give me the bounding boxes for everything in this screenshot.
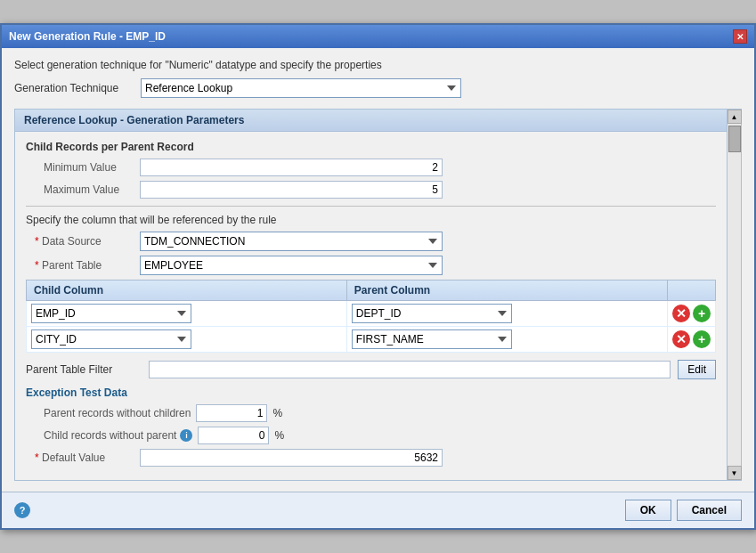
parent-col-select-2[interactable]: FIRST_NAME [352, 329, 512, 349]
footer-buttons: OK Cancel [625, 500, 742, 521]
default-value-input[interactable] [140, 449, 443, 467]
row-actions-1: ✕ + [667, 301, 715, 327]
section-content: Child Records per Parent Record Minimum … [15, 132, 727, 480]
min-value-row: Minimum Value [26, 159, 716, 176]
max-value-input[interactable] [140, 181, 443, 199]
exception-header: Exception Test Data [26, 386, 716, 399]
technique-select[interactable]: Reference Lookup [141, 78, 461, 98]
child-no-parent-input[interactable] [198, 427, 269, 444]
technique-label: Generation Technique [14, 82, 130, 94]
table-row: EMP_ID DEPT_ID ✕ + [27, 301, 716, 327]
parent-table-select[interactable]: EMPLOYEE [140, 256, 443, 275]
intro-text: Select generation technique for "Numeric… [14, 59, 742, 71]
data-source-label: Data Source [26, 235, 133, 248]
child-no-parent-row: Child records without parent i % [26, 427, 716, 444]
child-col-cell-2: CITY_ID [27, 327, 347, 353]
child-col-cell-1: EMP_ID [27, 301, 347, 327]
child-column-header: Child Column [27, 281, 347, 301]
min-value-input[interactable] [140, 159, 443, 176]
remove-row-2-button[interactable]: ✕ [672, 330, 690, 348]
section-header: Reference Lookup - Generation Parameters [15, 110, 727, 132]
scroll-thumb[interactable] [728, 126, 741, 152]
scroll-inner: Reference Lookup - Generation Parameters… [15, 110, 727, 480]
scroll-down-arrow[interactable]: ▼ [728, 466, 742, 480]
parent-col-cell-2: FIRST_NAME [346, 327, 667, 353]
scroll-up-arrow[interactable]: ▲ [728, 110, 742, 124]
filter-row: Parent Table Filter Edit [26, 360, 716, 379]
add-row-2-button[interactable]: + [693, 330, 711, 348]
parent-no-children-label: Parent records without children [26, 407, 191, 419]
row-actions-2: ✕ + [667, 327, 715, 353]
data-source-row: Data Source TDM_CONNECTION [26, 232, 716, 251]
dialog-title: New Generation Rule - EMP_ID [9, 30, 166, 43]
max-value-label: Maximum Value [26, 183, 133, 196]
table-row: CITY_ID FIRST_NAME ✕ [27, 327, 716, 353]
add-row-1-button[interactable]: + [693, 305, 711, 322]
pct-sign-2: % [274, 429, 284, 442]
ok-button[interactable]: OK [625, 500, 671, 521]
child-col-select-1[interactable]: EMP_ID [31, 304, 191, 323]
specify-text: Specify the column that will be referenc… [26, 214, 716, 226]
scrollbar[interactable]: ▲ ▼ [727, 110, 741, 480]
columns-table: Child Column Parent Column EMP_ID [26, 280, 716, 353]
pct-sign-1: % [272, 407, 282, 419]
dialog-body: Select generation technique for "Numeric… [2, 48, 754, 492]
info-icon[interactable]: i [180, 429, 192, 442]
default-value-row: Default Value [26, 449, 716, 467]
parent-column-header: Parent Column [346, 281, 667, 301]
child-records-title: Child Records per Parent Record [26, 141, 716, 153]
min-value-label: Minimum Value [26, 161, 133, 174]
actions-header [667, 281, 715, 301]
technique-row: Generation Technique Reference Lookup [14, 78, 742, 98]
filter-label: Parent Table Filter [26, 363, 142, 376]
max-value-row: Maximum Value [26, 181, 716, 199]
parent-col-select-1[interactable]: DEPT_ID [352, 304, 512, 323]
remove-row-1-button[interactable]: ✕ [672, 305, 690, 322]
parent-no-children-input[interactable] [196, 404, 267, 422]
default-value-label: Default Value [26, 451, 133, 464]
close-button[interactable]: ✕ [733, 29, 747, 44]
edit-filter-button[interactable]: Edit [678, 360, 716, 379]
child-col-select-2[interactable]: CITY_ID [31, 329, 191, 349]
parent-col-cell-1: DEPT_ID [346, 301, 667, 327]
parent-table-label: Parent Table [26, 259, 133, 272]
main-dialog: New Generation Rule - EMP_ID ✕ Select ge… [0, 23, 756, 530]
help-icon[interactable]: ? [14, 502, 30, 518]
dialog-titlebar: New Generation Rule - EMP_ID ✕ [2, 25, 754, 48]
dialog-footer: ? OK Cancel [2, 492, 754, 528]
parent-table-row: Parent Table EMPLOYEE [26, 256, 716, 275]
filter-input[interactable] [149, 361, 671, 378]
data-source-select[interactable]: TDM_CONNECTION [140, 232, 443, 251]
cancel-button[interactable]: Cancel [677, 500, 742, 521]
parent-no-children-row: Parent records without children % [26, 404, 716, 422]
main-panel: Reference Lookup - Generation Parameters… [14, 109, 742, 481]
separator-1 [26, 206, 716, 207]
child-no-parent-label: Child records without parent i [26, 429, 192, 442]
